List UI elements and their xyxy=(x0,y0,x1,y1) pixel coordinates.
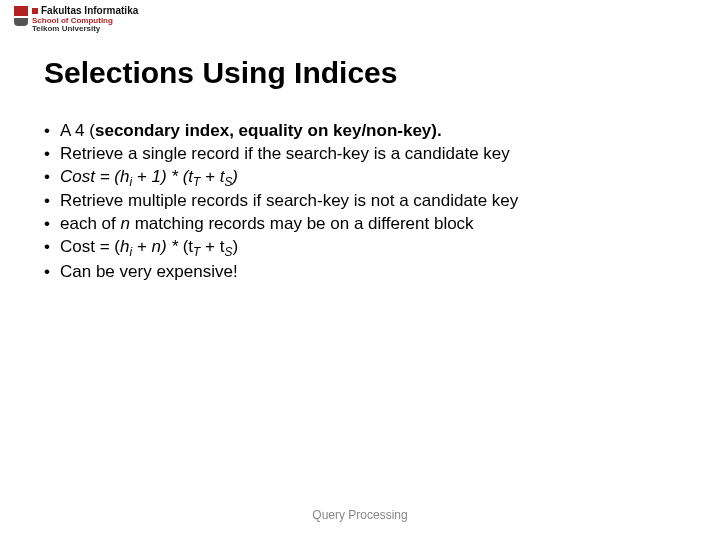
bullet-a4: A 4 (secondary index, equality on key/no… xyxy=(44,120,690,143)
bullet-cost1: Cost = (hi + 1) * (tT + tS) xyxy=(44,166,690,190)
slide-footer: Query Processing xyxy=(0,508,720,522)
slide-body: A 4 (secondary index, equality on key/no… xyxy=(44,120,690,284)
logo-line3: Telkom University xyxy=(32,25,138,33)
bullet-each-of-n: each of n matching records may be on a d… xyxy=(44,213,690,236)
bullet-retrieve-multi: Retrieve multiple records if search-key … xyxy=(44,190,690,213)
university-logo: Fakultas Informatika School of Computing… xyxy=(14,6,138,34)
bullet-retrieve-single: Retrieve a single record if the search-k… xyxy=(44,143,690,166)
logo-text: Fakultas Informatika School of Computing… xyxy=(32,6,138,33)
logo-mark-icon xyxy=(14,6,28,34)
bullet-cost2: Cost = (hi + n) * (tT + tS) xyxy=(44,236,690,260)
bullet-expensive: Can be very expensive! xyxy=(44,261,690,284)
logo-line1: Fakultas Informatika xyxy=(41,5,138,16)
slide-title: Selections Using Indices xyxy=(44,56,397,90)
